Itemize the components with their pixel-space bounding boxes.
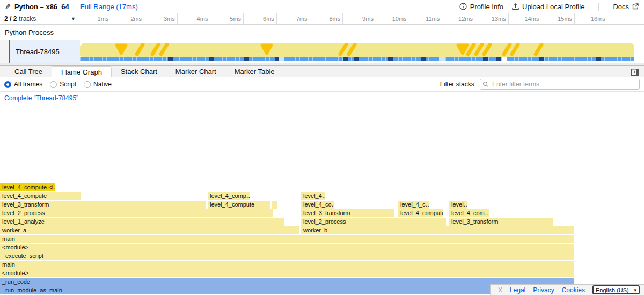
flame-block[interactable]: level_3_transform xyxy=(449,218,553,226)
chevron-down-icon[interactable]: ▼ xyxy=(71,16,76,21)
flame-block[interactable]: level_4_compute xyxy=(398,209,443,217)
track-markers-svg xyxy=(80,43,634,57)
cpu-mark-dark xyxy=(421,57,426,61)
cpu-mark-light xyxy=(439,57,445,61)
cpu-mark-dark xyxy=(496,57,501,61)
breadcrumb[interactable]: Complete “Thread-78495” xyxy=(4,94,78,102)
ruler-tick: 5ms xyxy=(209,13,244,24)
tab-call-tree[interactable]: Call Tree xyxy=(5,66,52,77)
timeline-header: 2 / 2 tracks ▼ 1ms2ms3ms4ms5ms6ms7ms8ms9… xyxy=(0,13,644,25)
flame-block[interactable]: level_4_co… xyxy=(301,201,334,209)
cpu-mark-dark xyxy=(539,57,544,61)
track-gutter xyxy=(0,40,9,63)
tracks-dropdown[interactable]: 2 / 2 tracks ▼ xyxy=(0,13,80,24)
marker-triangle-icon xyxy=(458,45,467,54)
sidebar-toggle-button[interactable] xyxy=(630,68,640,76)
tab-stack-chart[interactable]: Stack Chart xyxy=(112,66,166,77)
tab-marker-chart[interactable]: Marker Chart xyxy=(166,66,225,77)
filter-area: Filter stacks: xyxy=(440,79,640,90)
filter-stacks-label: Filter stacks: xyxy=(440,80,476,88)
flame-block[interactable] xyxy=(272,201,277,209)
upload-profile-button[interactable]: Upload Local Profile xyxy=(512,3,584,11)
ruler-tick: 6ms xyxy=(242,13,277,24)
ruler-tick: 8ms xyxy=(308,13,343,24)
flame-block[interactable]: level_3_transform xyxy=(301,209,394,217)
flame-block[interactable]: level_4_compute.<l… xyxy=(0,183,55,191)
cpu-mark-dark xyxy=(244,57,249,61)
radio-label: Script xyxy=(60,80,76,88)
flame-block[interactable]: <module> xyxy=(0,269,574,277)
flame-block[interactable]: level… xyxy=(449,201,467,209)
cpu-mark-dark xyxy=(168,57,173,61)
tab-flame-graph[interactable]: Flame Graph xyxy=(52,66,112,77)
upload-icon xyxy=(512,3,519,10)
cpu-mark-dark xyxy=(343,57,348,61)
flame-block[interactable]: level_4_compute xyxy=(208,201,270,209)
profile-title: Python – x86_64 xyxy=(14,3,69,11)
marker-slash-icon xyxy=(504,45,510,54)
flame-block[interactable]: _run_module_as_main xyxy=(0,286,574,294)
thread-name: Thread-78495 xyxy=(16,48,60,56)
marker-slash-icon xyxy=(152,45,158,54)
profiler-app: ✎ Python – x86_64 Full Range (17ms) Prof… xyxy=(0,0,644,295)
flame-block[interactable]: level_4_comp… xyxy=(208,192,250,200)
language-select[interactable]: English (US) ▾ xyxy=(592,285,640,294)
flame-block[interactable]: level_4_compute xyxy=(0,192,81,200)
marker-slash-icon xyxy=(476,45,482,54)
marker-slash-icon xyxy=(137,45,143,54)
radio-native[interactable]: Native xyxy=(84,80,112,88)
flame-block[interactable]: _execute_script xyxy=(0,252,574,260)
thread-track-canvas[interactable] xyxy=(80,40,634,63)
flame-block[interactable]: _run_code xyxy=(0,278,574,286)
cpu-mark-dark xyxy=(388,57,393,61)
flame-block[interactable]: level_2_process xyxy=(0,209,273,217)
sidebar-toggle-icon xyxy=(631,69,639,76)
flame-block[interactable]: level_4_com… xyxy=(449,209,489,217)
radio-icon xyxy=(50,81,57,88)
flame-block[interactable]: level_2_process xyxy=(301,218,446,226)
process-track-header[interactable]: Python Process xyxy=(0,25,644,40)
docs-label: Docs xyxy=(613,3,629,11)
tracks-count: 2 / 2 xyxy=(4,15,17,23)
profile-info-button[interactable]: Profile Info xyxy=(459,3,503,11)
language-value: English (US) xyxy=(596,287,629,293)
flame-block[interactable]: <module> xyxy=(0,244,574,252)
radio-all-frames[interactable]: All frames xyxy=(4,80,42,88)
ruler-tick: 2ms xyxy=(109,13,144,24)
footer-link-legal[interactable]: Legal xyxy=(510,286,525,294)
timeline-ruler[interactable]: 1ms2ms3ms4ms5ms6ms7ms8ms9ms10ms11ms12ms1… xyxy=(80,13,644,24)
footer-links: XLegalPrivacyCookies xyxy=(498,286,585,294)
flame-block[interactable]: main xyxy=(0,261,574,269)
flame-block[interactable]: worker_a xyxy=(0,226,299,234)
flame-block[interactable]: main xyxy=(0,235,574,243)
marker-triangle-icon xyxy=(116,45,126,54)
radio-script[interactable]: Script xyxy=(50,80,76,88)
ruler-tick: 11ms xyxy=(407,13,442,24)
footer-link-privacy[interactable]: Privacy xyxy=(533,286,554,294)
flame-block[interactable]: level_4_c… xyxy=(398,201,429,209)
upload-label: Upload Local Profile xyxy=(522,3,584,11)
tab-marker-table[interactable]: Marker Table xyxy=(225,66,284,77)
cpu-mark-dark xyxy=(209,57,214,61)
flame-block[interactable]: worker_b xyxy=(301,226,574,234)
ruler-tick: 4ms xyxy=(175,13,210,24)
filter-input[interactable] xyxy=(480,79,640,90)
edit-pencil-icon[interactable]: ✎ xyxy=(5,3,11,11)
marker-slash-icon xyxy=(484,45,490,54)
radio-icon xyxy=(4,81,11,88)
radio-icon xyxy=(84,81,91,88)
flame-block[interactable]: level_3_transform xyxy=(0,201,206,209)
cpu-mark-dark xyxy=(596,57,601,61)
full-range-button[interactable]: Full Range (17ms) xyxy=(80,3,138,11)
flame-block[interactable]: level_4… xyxy=(301,192,325,200)
flame-block[interactable]: level_1_analyze xyxy=(0,218,284,226)
panel-settings: All framesScriptNative Filter stacks: xyxy=(0,77,644,92)
docs-button[interactable]: Docs xyxy=(613,3,639,11)
cpu-mark-light xyxy=(279,57,284,61)
marker-slash-icon xyxy=(161,45,167,54)
marker-slash-icon xyxy=(536,45,541,54)
footer-link-cookies[interactable]: Cookies xyxy=(562,286,585,294)
ruler-tick: 3ms xyxy=(143,13,178,24)
thread-track-label[interactable]: Thread-78495 xyxy=(10,40,80,63)
footer-link-x[interactable]: X xyxy=(498,286,502,294)
